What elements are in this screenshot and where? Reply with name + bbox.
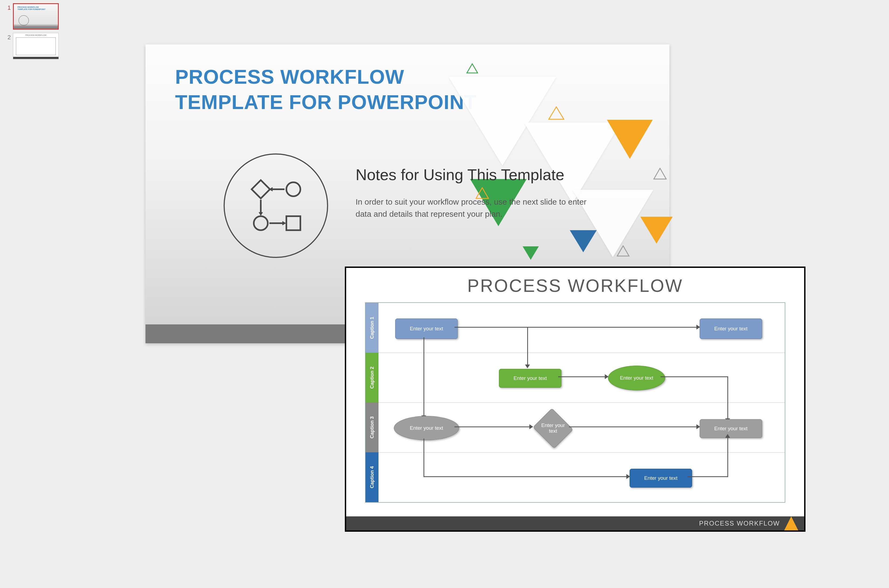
swimlane-diagram[interactable]: Caption 1 Caption 2 Caption 3 Caption 4 …	[365, 302, 785, 502]
svg-rect-5	[251, 180, 270, 198]
node-lane2-rect[interactable]: Enter your text	[499, 369, 561, 388]
notes-heading[interactable]: Notes for Using This Template	[356, 166, 564, 184]
node-lane1-end[interactable]: Enter your text	[699, 318, 762, 339]
node-lane2-ellipse[interactable]: Enter your text	[608, 366, 665, 390]
slide-thumbnail-panel: 1 PROCESS WORKFLOWTEMPLATE FOR POWERPOIN…	[0, 0, 67, 63]
notes-body[interactable]: In order to suit your workflow process, …	[356, 196, 598, 220]
slide-1-thumbnail-item[interactable]: 1 PROCESS WORKFLOWTEMPLATE FOR POWERPOIN…	[0, 3, 67, 30]
slide-number: 2	[0, 33, 13, 41]
slide-title-line2[interactable]: TEMPLATE FOR POWERPOINT	[175, 91, 477, 114]
slide-2-thumbnail[interactable]: PROCESS WORKFLOW	[13, 33, 59, 59]
lane-1-caption[interactable]: Caption 1	[366, 303, 379, 353]
lane-2: Caption 2	[366, 353, 785, 403]
svg-rect-8	[286, 216, 300, 230]
svg-marker-1	[549, 107, 564, 119]
preview-footer: PROCESS WORKFLOW	[346, 516, 804, 530]
lane-4-caption[interactable]: Caption 4	[366, 452, 379, 502]
node-lane3-ellipse[interactable]: Enter your text	[394, 416, 459, 440]
slide-number: 1	[0, 3, 13, 11]
lane-2-caption[interactable]: Caption 2	[366, 353, 379, 402]
svg-marker-3	[617, 246, 629, 256]
floating-slide-preview[interactable]: PROCESS WORKFLOW Caption 1 Caption 2 Cap…	[345, 267, 805, 532]
lane-3-caption[interactable]: Caption 3	[366, 402, 379, 452]
node-lane1-start[interactable]: Enter your text	[395, 318, 458, 339]
node-lane4-rect[interactable]: Enter your text	[630, 469, 692, 488]
svg-marker-0	[467, 64, 478, 73]
slide-title-line1[interactable]: PROCESS WORKFLOW	[175, 65, 405, 88]
slide-2-thumbnail-item[interactable]: 2 PROCESS WORKFLOW	[0, 33, 67, 59]
svg-point-7	[254, 216, 268, 230]
svg-point-6	[286, 182, 300, 196]
workflow-diagram-icon[interactable]	[224, 153, 328, 258]
svg-marker-12	[259, 212, 263, 216]
node-lane3-rect[interactable]: Enter your text	[699, 419, 762, 438]
svg-marker-14	[282, 221, 286, 225]
preview-slide-title[interactable]: PROCESS WORKFLOW	[346, 268, 804, 296]
lane-4: Caption 4	[366, 452, 785, 502]
svg-marker-2	[654, 168, 666, 179]
slide-1-thumbnail[interactable]: PROCESS WORKFLOWTEMPLATE FOR POWERPOINT	[13, 3, 59, 30]
